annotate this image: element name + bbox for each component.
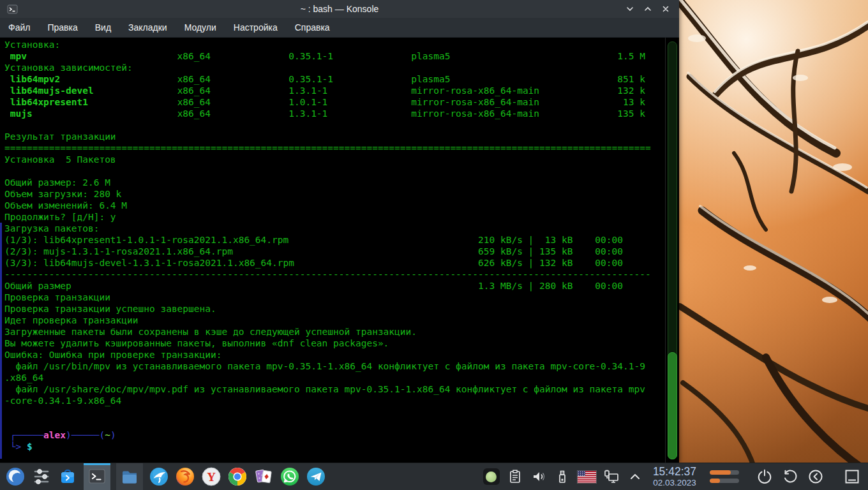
terminal-line: └> $ (4, 441, 651, 452)
status-green-icon[interactable] (483, 468, 500, 485)
session-buttons (756, 468, 824, 485)
card-game-icon[interactable] (253, 466, 274, 487)
terminal-line (4, 418, 651, 429)
menubar: Файл Правка Вид Закладки Модули Настройк… (0, 18, 679, 38)
terminal-line: Общий размер 1.3 MB/s | 280 kB 00:00 (4, 280, 651, 292)
network-icon[interactable] (603, 468, 620, 485)
konsole-task-button[interactable] (84, 463, 110, 490)
taskbar-launchers: Y (0, 463, 326, 490)
terminal-output: Установка: mpv x86_64 0.35.1-1 plasma5 1… (4, 39, 651, 452)
terminal-line: Установка зависимостей: (4, 62, 651, 73)
terminal-line: mpv x86_64 0.35.1-1 plasma5 1.5 M (4, 50, 651, 62)
menu-help[interactable]: Справка (295, 22, 330, 33)
restart-icon[interactable] (782, 468, 798, 485)
terminal-line: (3/3): lib64mujs-devel-1.3.1-1-rosa2021.… (4, 257, 651, 269)
yandex-browser-icon[interactable]: Y (201, 466, 221, 487)
terminal-line: Установка 5 Пакетов (4, 154, 651, 165)
app-store-icon[interactable] (57, 466, 78, 487)
firefox-icon[interactable] (175, 466, 195, 487)
terminal-line: Загруженные пакеты были сохранены в кэше… (4, 326, 651, 338)
digital-clock[interactable]: 15:42:37 02.03.2023 (653, 466, 696, 487)
terminal-line: Проверка транзакции успешно завершена. (4, 303, 651, 315)
power-icon[interactable] (756, 468, 773, 485)
clipboard-icon[interactable] (507, 468, 523, 485)
taskbar: Y (0, 463, 868, 490)
clock-time: 15:42:37 (653, 466, 696, 478)
menu-view[interactable]: Вид (95, 22, 111, 33)
terminal-line (4, 406, 651, 418)
file-manager-task-button[interactable] (116, 463, 143, 490)
rosa-browser-icon[interactable] (149, 466, 169, 487)
terminal-line: (1/3): lib64xpresent1-1.0.1-1-rosa2021.1… (4, 234, 651, 246)
terminal-line: (2/3): mujs-1.3.1-1-rosa2021.1.x86_64.rp… (4, 246, 651, 257)
chrome-icon[interactable] (227, 466, 248, 487)
terminal-line: Объем загрузки: 280 k (4, 188, 651, 200)
menu-bookmarks[interactable]: Закладки (128, 22, 167, 33)
monitor-bar-top (710, 470, 739, 475)
terminal-line: mujs x86_64 1.3.1-1 mirror-rosa-x86_64-m… (4, 108, 651, 119)
menu-file[interactable]: Файл (8, 22, 30, 33)
terminal-line: Ошибка: Ошибка при проверке транзакции: (4, 349, 651, 360)
monitor-bar-bottom (710, 479, 739, 483)
terminal-scrollbar[interactable] (665, 38, 679, 463)
terminal-line: lib64xpresent1 x86_64 1.0.1-1 mirror-ros… (4, 96, 651, 108)
rosa-launcher-icon[interactable] (5, 466, 26, 487)
terminal-line: Результат транзакции (4, 131, 651, 142)
terminal-line: Объем изменений: 6.4 M (4, 200, 651, 211)
close-button[interactable] (660, 3, 671, 15)
terminal-line: Общий размер: 2.6 M (4, 177, 651, 188)
titlebar[interactable]: ~ : bash — Konsole (0, 0, 679, 18)
system-tray: 15:42:37 02.03.2023 (483, 463, 868, 490)
terminal-line: .x86_64 (4, 372, 651, 383)
clock-date: 02.03.2023 (653, 479, 696, 487)
terminal-line: ----------------------------------------… (4, 269, 651, 280)
maximize-button[interactable] (642, 3, 654, 15)
terminal-line: Загрузка пакетов: (4, 223, 651, 234)
terminal-line: lib64mujs-devel x86_64 1.3.1-1 mirror-ro… (4, 85, 651, 96)
window-title: ~ : bash — Konsole (0, 4, 679, 14)
back-circle-icon[interactable] (807, 468, 824, 485)
new-output-marker (0, 223, 2, 459)
menu-settings[interactable]: Настройка (234, 22, 278, 33)
terminal-line (4, 165, 651, 177)
terminal-line: ┌─────alex)─────(~) (4, 429, 651, 441)
desktop: ~ : bash — Konsole Файл Правка Вид Закла… (0, 0, 868, 490)
terminal-line: Вы можете удалить кэшированные пакеты, в… (4, 338, 651, 349)
minimize-button[interactable] (624, 3, 636, 15)
menu-edit[interactable]: Правка (47, 22, 77, 33)
terminal-line: ========================================… (4, 142, 651, 154)
terminal-line: Установка: (4, 39, 651, 50)
terminal-line: Продолжить? [д/Н]: y (4, 211, 651, 223)
terminal-line: Проверка транзакции (4, 292, 651, 303)
telegram-icon[interactable] (306, 466, 326, 487)
terminal-line: Идет проверка транзакции (4, 315, 651, 326)
usb-device-icon[interactable] (554, 468, 571, 485)
scrollbar-thumb[interactable] (668, 352, 677, 459)
expand-tray-chevron-icon[interactable] (627, 468, 643, 485)
terminal-line: -core-0.34.1-9.x86_64 (4, 395, 651, 406)
terminal-line: файл /usr/bin/mpv из устанавливаемого па… (4, 360, 651, 372)
system-monitor-bars[interactable] (710, 470, 739, 483)
terminal-view[interactable]: Установка: mpv x86_64 0.35.1-1 plasma5 1… (0, 38, 679, 463)
svg-text:Y: Y (207, 470, 216, 484)
terminal-line: lib64mpv2 x86_64 0.35.1-1 plasma5 851 k (4, 73, 651, 85)
system-settings-icon[interactable] (31, 466, 52, 487)
volume-icon[interactable] (530, 468, 547, 485)
terminal-line: файл /usr/share/doc/mpv/mpv.pdf из устан… (4, 383, 651, 395)
show-desktop-icon[interactable] (844, 468, 860, 485)
menu-plugins[interactable]: Модули (184, 22, 216, 33)
keyboard-layout-us-flag-icon[interactable] (578, 471, 596, 483)
whatsapp-icon[interactable] (280, 466, 300, 487)
konsole-window: ~ : bash — Konsole Файл Правка Вид Закла… (0, 0, 679, 463)
terminal-line (4, 119, 651, 131)
